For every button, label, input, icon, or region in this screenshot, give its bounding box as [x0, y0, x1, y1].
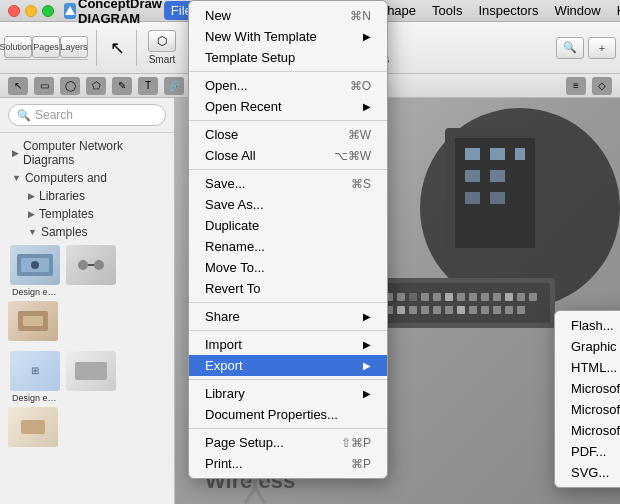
network-diagrams-label: Computer Network Diagrams [23, 139, 162, 167]
svg-rect-34 [517, 293, 525, 301]
menu-print[interactable]: Print... ⌘P [189, 453, 387, 474]
text-tool[interactable]: T [138, 77, 158, 95]
svg-rect-15 [490, 148, 505, 160]
menu-window[interactable]: Window [547, 1, 607, 20]
thumbnail-row-1: Design ele... [0, 241, 174, 347]
minimize-button[interactable] [25, 5, 37, 17]
search-icon-toolbar[interactable]: 🔍 [556, 37, 584, 59]
rect-tool[interactable]: ▭ [34, 77, 54, 95]
link-tool[interactable]: 🔗 [164, 77, 184, 95]
export-visio-2013[interactable]: Microsoft Visio 2013 (VSDX)... [555, 420, 620, 441]
export-graphic-file[interactable]: Graphic File... [555, 336, 620, 357]
sidebar-item-samples[interactable]: ▼ Samples [0, 223, 174, 241]
svg-rect-42 [457, 306, 465, 314]
poly-tool[interactable]: ⬠ [86, 77, 106, 95]
app-logo [64, 3, 76, 19]
export-pdf[interactable]: PDF... [555, 441, 620, 462]
select-tool[interactable]: ↖ [8, 77, 28, 95]
svg-rect-18 [490, 170, 505, 182]
thumb-group-3[interactable] [8, 301, 58, 343]
menu-revert-to[interactable]: Revert To [189, 278, 387, 299]
menu-inspectors[interactable]: Inspectors [471, 1, 545, 20]
export-svg[interactable]: SVG... [555, 462, 620, 483]
menu-help[interactable]: He [610, 1, 620, 20]
sidebar-item-network-diagrams[interactable]: ▶ Computer Network Diagrams [0, 137, 174, 169]
export-visio-2010[interactable]: Microsoft Visio 2010 (VDX)... [555, 399, 620, 420]
svg-rect-33 [505, 293, 513, 301]
svg-text:⊞: ⊞ [31, 365, 39, 376]
search-box[interactable]: 🔍 Search [8, 104, 166, 126]
menu-open-recent[interactable]: Open Recent ▶ [189, 96, 387, 117]
menu-open[interactable]: Open... ⌘O [189, 75, 387, 96]
thumb-label-4: Design ele... [8, 393, 62, 403]
close-button[interactable] [8, 5, 20, 17]
separator-4 [189, 302, 387, 303]
export-flash[interactable]: Flash... [555, 315, 620, 336]
menu-close[interactable]: Close ⌘W [189, 124, 387, 145]
svg-rect-45 [493, 306, 501, 314]
traffic-lights [8, 5, 54, 17]
menu-duplicate[interactable]: Duplicate [189, 215, 387, 236]
svg-rect-39 [421, 306, 429, 314]
pen-tool[interactable]: ✎ [112, 77, 132, 95]
computers-label: Computers and [25, 171, 107, 185]
arrange-icon[interactable]: ≡ [566, 77, 586, 95]
search-placeholder: Search [35, 108, 73, 122]
menu-rename[interactable]: Rename... [189, 236, 387, 257]
pages-tab[interactable]: Pages [32, 36, 60, 58]
menu-document-properties[interactable]: Document Properties... [189, 404, 387, 425]
svg-rect-8 [23, 316, 43, 326]
thumb-group-1[interactable]: Design ele... [8, 245, 62, 297]
svg-rect-44 [481, 306, 489, 314]
maximize-button[interactable] [42, 5, 54, 17]
thumb-group-6[interactable] [8, 407, 58, 449]
menu-export[interactable]: Export ▶ [189, 355, 387, 376]
thumbnail-row-2: ⊞ Design ele... [0, 347, 174, 453]
svg-rect-29 [457, 293, 465, 301]
menu-close-all[interactable]: Close All ⌥⌘W [189, 145, 387, 166]
svg-rect-41 [445, 306, 453, 314]
menu-move-to[interactable]: Move To... [189, 257, 387, 278]
menu-library[interactable]: Library ▶ [189, 383, 387, 404]
svg-rect-40 [433, 306, 441, 314]
export-html[interactable]: HTML... [555, 357, 620, 378]
svg-rect-43 [469, 306, 477, 314]
svg-rect-46 [505, 306, 513, 314]
svg-rect-20 [490, 192, 505, 204]
svg-rect-37 [397, 306, 405, 314]
smart-tool[interactable]: ⬡ Smart [143, 27, 181, 68]
file-menu: New ⌘N New With Template ▶ Template Setu… [188, 0, 388, 479]
menu-import[interactable]: Import ▶ [189, 334, 387, 355]
menu-new[interactable]: New ⌘N [189, 5, 387, 26]
menu-page-setup[interactable]: Page Setup... ⇧⌘P [189, 432, 387, 453]
solutions-tab[interactable]: Solutions [4, 36, 32, 58]
transform-icon[interactable]: ◇ [592, 77, 612, 95]
sidebar-content: ▶ Computer Network Diagrams ▼ Computers … [0, 133, 174, 504]
export-pptx[interactable]: Microsoft PowerPoint (PPTX)... [555, 378, 620, 399]
expand-arrow-libraries: ▶ [28, 191, 35, 201]
menu-save-as[interactable]: Save As... [189, 194, 387, 215]
thumb-group-5[interactable] [66, 351, 116, 403]
arrow-tool[interactable]: ↖ [105, 34, 130, 62]
svg-rect-10 [75, 362, 107, 380]
search-icon: 🔍 [17, 109, 31, 122]
menu-tools[interactable]: Tools [425, 1, 469, 20]
zoom-icon[interactable]: + [588, 37, 616, 59]
libraries-label: Libraries [39, 189, 85, 203]
sidebar-item-computers[interactable]: ▼ Computers and [0, 169, 174, 187]
circle-tool[interactable]: ◯ [60, 77, 80, 95]
sidebar-item-libraries[interactable]: ▶ Libraries [0, 187, 174, 205]
thumb-group-4[interactable]: ⊞ Design ele... [8, 351, 62, 403]
menu-new-template[interactable]: New With Template ▶ [189, 26, 387, 47]
svg-rect-25 [409, 293, 417, 301]
expand-arrow-network: ▶ [12, 148, 19, 158]
layers-tab[interactable]: Layers [60, 36, 88, 58]
separator-7 [189, 428, 387, 429]
menu-save[interactable]: Save... ⌘S [189, 173, 387, 194]
thumb-group-2[interactable] [66, 245, 116, 297]
menu-share[interactable]: Share ▶ [189, 306, 387, 327]
search-area: 🔍 Search [0, 98, 174, 133]
menu-template-setup[interactable]: Template Setup [189, 47, 387, 68]
svg-rect-19 [465, 192, 480, 204]
sidebar-item-templates[interactable]: ▶ Templates [0, 205, 174, 223]
